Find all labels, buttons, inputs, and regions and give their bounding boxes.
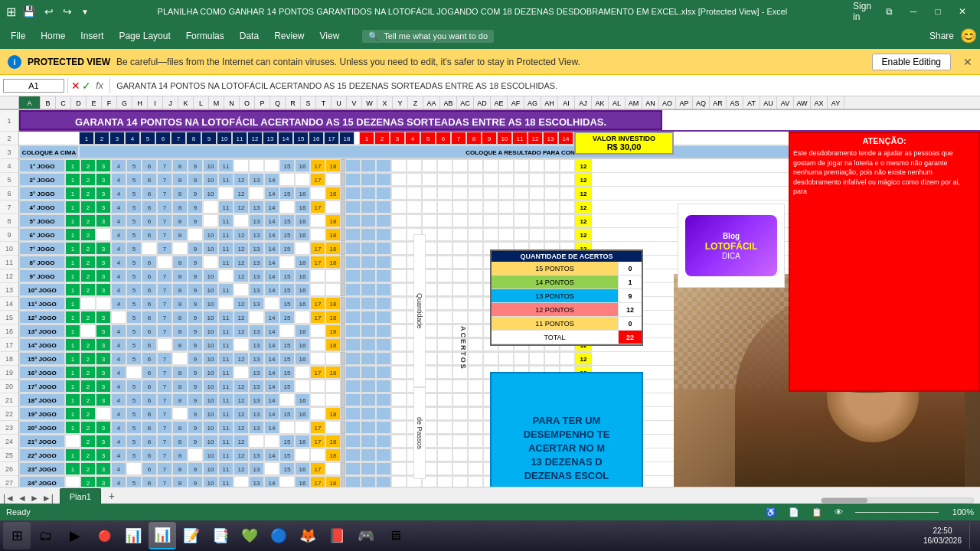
jogo-22-num-12[interactable]: 12 — [234, 448, 249, 461]
conf-20-9[interactable] — [468, 421, 483, 434]
jogo-21-num-17[interactable]: 17 — [310, 435, 325, 448]
show-desktop-btn[interactable] — [969, 522, 977, 549]
conf-16-7[interactable] — [437, 366, 452, 379]
col-header-AN[interactable]: AN — [642, 96, 659, 109]
jogo-3-num-13[interactable] — [249, 187, 264, 200]
jogo-1-num-7[interactable]: 7 — [157, 159, 172, 172]
jogo-13-num-5[interactable]: 5 — [126, 324, 142, 337]
conf-11-3[interactable] — [376, 297, 391, 310]
jogo-4-num-3[interactable]: 3 — [96, 201, 111, 214]
conf-13-4[interactable] — [391, 324, 407, 337]
col-header-AB[interactable]: AB — [440, 96, 457, 109]
conf-3-10[interactable] — [483, 187, 498, 200]
conf-7-3[interactable] — [376, 242, 391, 255]
jogo-23-num-1[interactable]: 1 — [65, 462, 80, 475]
jogo-2-num-17[interactable]: 17 — [310, 173, 325, 186]
scroll-bar[interactable] — [821, 497, 974, 504]
conf-4-1[interactable] — [345, 201, 361, 214]
conf-11-1[interactable] — [345, 297, 361, 310]
jogo-7-num-17[interactable]: 17 — [310, 242, 325, 255]
jogo-17-num-16[interactable] — [295, 380, 310, 393]
jogo-1-num-13[interactable] — [249, 159, 264, 172]
conf-7-1[interactable] — [345, 242, 361, 255]
jogo-10-num-7[interactable]: 7 — [157, 283, 172, 296]
col-header-AG[interactable]: AG — [524, 96, 541, 109]
jogo-13-num-6[interactable]: 6 — [142, 324, 157, 337]
jogo-3-num-2[interactable]: 2 — [80, 187, 96, 200]
conf-5-2[interactable] — [361, 214, 376, 227]
jogo-13-num-10[interactable]: 10 — [203, 324, 218, 337]
jogo-16-num-5[interactable] — [126, 366, 142, 379]
jogo-20-num-18[interactable] — [325, 421, 341, 434]
sheet-last-icon[interactable]: ►| — [42, 493, 54, 504]
conf-16-3[interactable] — [376, 366, 391, 379]
jogo-22-num-17[interactable] — [310, 448, 325, 461]
conf-5-7[interactable] — [437, 214, 452, 227]
col-header-AF[interactable]: AF — [508, 96, 524, 109]
jogo-21-num-4[interactable]: 4 — [111, 435, 126, 448]
conf-11-7[interactable] — [437, 297, 452, 310]
add-sheet-button[interactable]: + — [104, 488, 119, 504]
jogo-4-num-17[interactable]: 17 — [310, 201, 325, 214]
jogo-4-num-5[interactable]: 5 — [126, 201, 142, 214]
jogo-9-num-7[interactable]: 7 — [157, 269, 172, 282]
conf-10-1[interactable] — [345, 283, 361, 296]
col-header-L[interactable]: L — [194, 96, 209, 109]
jogo-17-num-18[interactable] — [325, 380, 341, 393]
jogo-5-num-16[interactable]: 16 — [295, 214, 310, 227]
taskbar-excel-active[interactable]: 📊 — [149, 522, 176, 549]
jogo-13-num-13[interactable]: 13 — [249, 324, 264, 337]
jogo-17-num-11[interactable]: 11 — [218, 380, 234, 393]
col-header-AO[interactable]: AO — [659, 96, 676, 109]
jogo-14-num-6[interactable]: 6 — [142, 338, 157, 351]
conf-19-8[interactable] — [452, 407, 468, 420]
taskbar-torrent[interactable]: 💚 — [236, 522, 263, 549]
col-header-C[interactable]: C — [56, 96, 71, 109]
jogo-4-num-4[interactable]: 4 — [111, 201, 126, 214]
jogo-1-num-4[interactable]: 4 — [111, 159, 126, 172]
jogo-13-num-9[interactable]: 9 — [188, 324, 203, 337]
jogo-6-num-7[interactable]: 7 — [157, 228, 172, 241]
conf-5-9[interactable] — [468, 214, 483, 227]
start-button[interactable]: ⊞ — [3, 522, 31, 549]
jogo-9-num-13[interactable]: 13 — [249, 269, 264, 282]
conf-15-9[interactable] — [468, 352, 483, 365]
conf-1-14[interactable] — [544, 159, 560, 172]
jogo-14-num-16[interactable]: 16 — [295, 338, 310, 351]
conf-18-9[interactable] — [468, 393, 483, 406]
jogo-3-num-15[interactable]: 15 — [279, 187, 295, 200]
jogo-3-num-6[interactable]: 6 — [142, 187, 157, 200]
conf-15-15[interactable] — [560, 352, 575, 365]
conf-15-2[interactable] — [361, 352, 376, 365]
redo-icon[interactable]: ↪ — [60, 4, 75, 19]
sheet-next-icon[interactable]: ► — [30, 493, 39, 504]
jogo-7-num-9[interactable]: 9 — [188, 242, 203, 255]
jogo-20-num-17[interactable]: 17 — [310, 421, 325, 434]
jogo-18-num-1[interactable]: 1 — [65, 393, 80, 406]
conf-9-3[interactable] — [376, 269, 391, 282]
conf-1-15[interactable] — [560, 159, 575, 172]
col-header-V[interactable]: V — [347, 96, 362, 109]
jogo-22-num-11[interactable]: 11 — [218, 448, 234, 461]
jogo-4-num-9[interactable]: 9 — [188, 201, 203, 214]
jogo-21-num-14[interactable] — [264, 435, 279, 448]
jogo-3-num-12[interactable]: 12 — [234, 187, 249, 200]
jogo-1-num-14[interactable] — [264, 159, 279, 172]
jogo-17-num-9[interactable]: 9 — [188, 380, 203, 393]
conf-15-1[interactable] — [345, 352, 361, 365]
jogo-18-num-8[interactable]: 8 — [172, 393, 188, 406]
jogo-18-num-13[interactable]: 13 — [249, 393, 264, 406]
col-header-AL[interactable]: AL — [609, 96, 626, 109]
jogo-20-num-6[interactable]: 6 — [142, 421, 157, 434]
jogo-20-num-5[interactable]: 5 — [126, 421, 142, 434]
jogo-21-num-11[interactable]: 11 — [218, 435, 234, 448]
jogo-17-num-15[interactable]: 15 — [279, 380, 295, 393]
col-header-AY[interactable]: AY — [828, 96, 844, 109]
conf-8-9[interactable] — [468, 256, 483, 269]
jogo-15-num-8[interactable] — [172, 352, 188, 365]
jogo-18-num-16[interactable]: 16 — [295, 393, 310, 406]
conf-1-5[interactable] — [407, 159, 422, 172]
taskbar-word[interactable]: 📝 — [178, 522, 205, 549]
conf-10-2[interactable] — [361, 283, 376, 296]
title-cell[interactable]: GARANTA 14 PONTOS NA LOTOFÁCIL ACERTANDO… — [19, 110, 662, 130]
